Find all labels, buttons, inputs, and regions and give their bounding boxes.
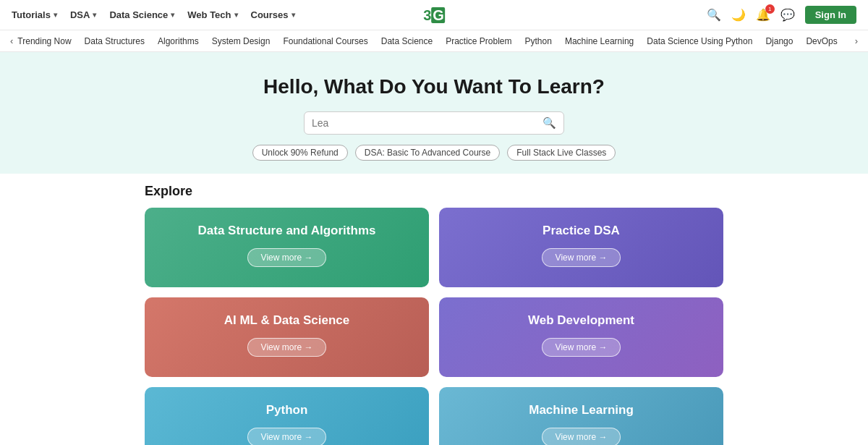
search-input[interactable]: [312, 117, 542, 129]
secondary-nav-item[interactable]: DevOps: [806, 36, 837, 46]
nav-tutorials[interactable]: Tutorials ▾: [12, 9, 57, 20]
nav-right-arrow[interactable]: ›: [851, 35, 862, 46]
explore-card-practice: Practice DSAView more →: [439, 208, 723, 287]
search-bar: 🔍: [304, 111, 564, 135]
nav-web-tech[interactable]: Web Tech ▾: [187, 9, 237, 20]
notification-badge: 1: [765, 4, 775, 14]
nav-left-arrow[interactable]: ‹: [6, 35, 17, 46]
explore-label: Explore: [145, 184, 723, 199]
explore-card-python: PythonView more →: [145, 387, 429, 445]
nav-courses-label: Courses: [251, 9, 289, 20]
nav-dsa-label: DSA: [70, 9, 90, 20]
nav-courses[interactable]: Courses ▾: [251, 9, 295, 20]
explore-card-ml: Machine LearningView more →: [439, 387, 723, 445]
site-logo[interactable]: 3G: [423, 6, 445, 25]
hero-tag[interactable]: Unlock 90% Refund: [252, 145, 348, 161]
nav-tutorials-label: Tutorials: [12, 9, 51, 20]
top-navigation: Tutorials ▾ DSA ▾ Data Science ▾ Web Tec…: [0, 0, 868, 30]
hero-tag[interactable]: DSA: Basic To Advanced Course: [355, 145, 501, 161]
moon-icon[interactable]: 🌙: [731, 8, 746, 22]
secondary-nav-item[interactable]: Data Science Using Python: [647, 36, 752, 46]
hero-title: Hello, What Do You Want To Learn?: [263, 75, 605, 98]
hero-section: Hello, What Do You Want To Learn? 🔍 Unlo…: [0, 52, 868, 174]
secondary-nav-item[interactable]: Python: [525, 36, 552, 46]
nav-right: 🔍 🌙 🔔 1 💬 Sign In: [707, 6, 856, 24]
card-view-more-button[interactable]: View more →: [542, 428, 621, 445]
card-title: Data Structure and Algorithms: [198, 224, 376, 238]
secondary-nav-items: Trending NowData StructuresAlgorithmsSys…: [17, 36, 850, 46]
hero-tag[interactable]: Full Stack Live Classes: [507, 145, 616, 161]
card-view-more-button[interactable]: View more →: [542, 248, 621, 267]
card-title: AI ML & Data Science: [224, 313, 350, 328]
sign-in-button[interactable]: Sign In: [805, 6, 856, 24]
message-icon[interactable]: 💬: [780, 8, 795, 22]
hero-tags: Unlock 90% RefundDSA: Basic To Advanced …: [252, 145, 616, 161]
secondary-nav-item[interactable]: Algorithms: [158, 36, 199, 46]
search-submit-button[interactable]: 🔍: [542, 116, 556, 130]
chevron-down-icon: ▾: [171, 11, 174, 19]
chevron-down-icon: ▾: [292, 11, 295, 19]
search-icon[interactable]: 🔍: [707, 8, 721, 22]
explore-section: Explore Data Structure and AlgorithmsVie…: [0, 174, 868, 445]
card-title: Python: [266, 403, 308, 418]
card-title: Web Development: [528, 313, 634, 328]
chevron-down-icon: ▾: [54, 11, 57, 19]
secondary-nav-item[interactable]: Trending Now: [17, 36, 71, 46]
card-view-more-button[interactable]: View more →: [247, 428, 327, 445]
chevron-down-icon: ▾: [93, 11, 96, 19]
secondary-nav-item[interactable]: Data Science: [381, 36, 433, 46]
nav-data-science[interactable]: Data Science ▾: [109, 9, 174, 20]
card-view-more-button[interactable]: View more →: [247, 338, 327, 357]
nav-data-science-label: Data Science: [109, 9, 168, 20]
secondary-nav-item[interactable]: Foundational Courses: [283, 36, 367, 46]
card-title: Machine Learning: [529, 403, 634, 418]
nav-dsa[interactable]: DSA ▾: [70, 9, 96, 20]
chevron-down-icon: ▾: [234, 11, 238, 19]
cards-grid: Data Structure and AlgorithmsView more →…: [145, 208, 723, 445]
card-view-more-button[interactable]: View more →: [542, 338, 621, 357]
secondary-nav-item[interactable]: System Design: [212, 36, 271, 46]
secondary-nav-item[interactable]: Data Structures: [85, 36, 145, 46]
bell-icon[interactable]: 🔔 1: [756, 8, 770, 22]
explore-card-dsa: Data Structure and AlgorithmsView more →: [145, 208, 429, 287]
secondary-nav-item[interactable]: Machine Learning: [565, 36, 634, 46]
secondary-navigation: ‹ Trending NowData StructuresAlgorithmsS…: [0, 30, 868, 52]
secondary-nav-item[interactable]: Practice Problem: [446, 36, 511, 46]
secondary-nav-item[interactable]: Django: [765, 36, 793, 46]
card-view-more-button[interactable]: View more →: [247, 248, 327, 267]
nav-left: Tutorials ▾ DSA ▾ Data Science ▾ Web Tec…: [12, 9, 707, 20]
nav-web-tech-label: Web Tech: [187, 9, 231, 20]
explore-card-webdev: Web DevelopmentView more →: [439, 297, 723, 377]
explore-card-aiml: AI ML & Data ScienceView more →: [145, 297, 429, 377]
card-title: Practice DSA: [542, 224, 620, 238]
